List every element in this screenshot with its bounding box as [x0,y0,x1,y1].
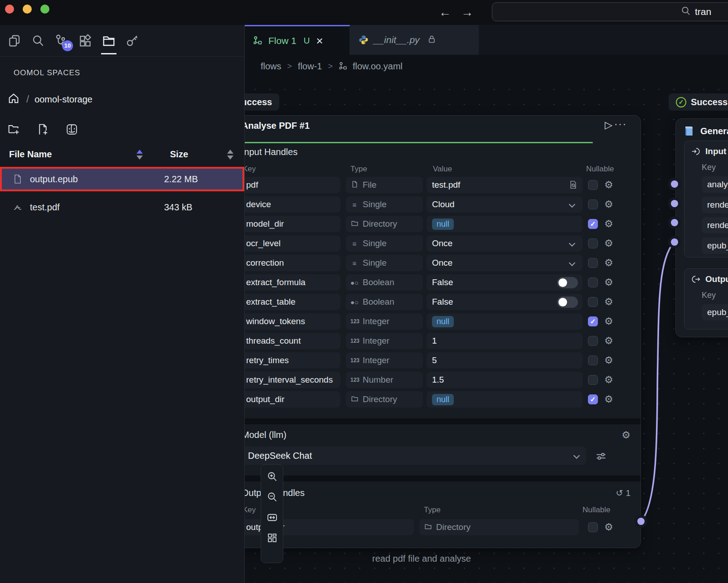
nullable-checkbox[interactable] [588,336,598,346]
handle-value-field[interactable]: test.pdf null [427,177,582,193]
boolean-toggle[interactable] [557,296,578,308]
handle-key-field[interactable]: output_dir [245,391,340,408]
maximize-window-button[interactable] [40,5,49,14]
handle-key-field[interactable]: model_dir [245,216,340,232]
handle-value-field[interactable]: null [427,216,582,232]
sort-size[interactable] [227,150,233,160]
back-arrow-button[interactable]: ← [439,5,451,19]
gear-icon[interactable]: ⚙ [604,180,613,190]
minimize-window-button[interactable] [23,5,32,14]
nullable-checkbox[interactable] [588,180,598,190]
gear-icon[interactable]: ⚙ [604,522,613,532]
handle-value-field[interactable]: 1.5 null [427,372,582,388]
zoom-out-button[interactable] [266,491,278,503]
handle-value-field[interactable]: False null [427,274,582,291]
boolean-toggle[interactable] [557,277,578,288]
gear-icon[interactable]: ⚙ [604,219,613,229]
breadcrumb-item-flow-1[interactable]: flow-1 [298,61,322,72]
handle-key-field[interactable]: retry_interval_seconds [245,372,340,388]
handle-key-field[interactable]: pdf [245,177,340,193]
close-tab-icon[interactable]: × [316,35,323,47]
handle-value-field[interactable]: Once null [427,255,582,271]
layout-button[interactable] [266,531,278,544]
node-menu-button[interactable]: ··· [614,118,627,130]
tab-init-py[interactable]: __init__.py [350,25,479,55]
handle-value-field[interactable]: Once null [427,235,582,252]
input-port[interactable] [671,219,678,226]
handle-key-field[interactable]: rende [702,197,728,213]
gear-icon[interactable]: ⚙ [604,316,613,326]
handle-value-field[interactable]: False null [427,294,582,310]
handle-key-field[interactable]: rende [702,217,728,233]
nullable-checkbox[interactable] [588,355,598,365]
input-port[interactable] [671,200,678,207]
new-file-button[interactable] [36,123,50,136]
handle-key-field[interactable]: window_tokens [245,313,340,330]
file-picker-icon[interactable] [568,180,578,192]
gear-icon[interactable]: ⚙ [604,355,613,365]
handle-value-field[interactable]: 1 null [427,333,582,349]
output-port[interactable] [637,518,645,525]
reveal-in-finder-button[interactable] [65,123,79,136]
nullable-checkbox[interactable] [588,297,598,307]
home-icon[interactable] [7,92,20,107]
gear-icon[interactable]: ⚙ [604,394,613,404]
nullable-checkbox[interactable] [588,199,598,209]
activity-pages-button[interactable] [3,25,26,57]
nullable-checkbox[interactable] [588,316,598,326]
node-analyse-pdf[interactable]: Analyse PDF #1 ▷ ··· Input Handles Key T… [245,115,641,548]
handle-key-field[interactable]: correction [245,255,340,271]
handle-key-field[interactable]: retry_times [245,352,340,369]
handle-value-field[interactable]: Cloud null [427,196,582,213]
gear-icon[interactable]: ⚙ [604,199,613,209]
input-port[interactable] [671,180,678,188]
new-folder-button[interactable] [7,123,21,136]
gear-icon[interactable]: ⚙ [604,336,613,346]
zoom-in-button[interactable] [266,470,278,483]
run-node-button[interactable]: ▷ [605,119,612,131]
model-select[interactable]: DeepSeek Chat [245,447,586,465]
handle-key-field[interactable]: threads_count [245,333,340,349]
gear-icon[interactable]: ⚙ [604,258,613,268]
flow-canvas[interactable]: ✓ Success Analyse PDF #1 ▷ ··· Input Han… [245,78,728,583]
handle-value-field[interactable]: null [427,391,582,408]
breadcrumb-item-flows[interactable]: flows [261,61,281,72]
nullable-checkbox[interactable] [588,258,598,268]
gear-icon[interactable]: ⚙ [621,430,631,440]
sort-file-name[interactable] [136,150,143,160]
node-generate[interactable]: Genera Input H Key analysrenderendeepub_ [675,118,728,337]
handle-key-field[interactable]: analys [702,176,728,193]
handle-key-field[interactable]: extract_table [245,294,340,310]
gear-icon[interactable]: ⚙ [604,375,613,385]
handle-value-field[interactable]: 5 null [427,352,582,369]
gear-icon[interactable]: ⚙ [604,277,613,287]
activity-secrets-button[interactable] [121,25,144,57]
handle-key-field[interactable]: device [245,196,340,213]
gear-icon[interactable]: ⚙ [604,297,613,307]
handle-key-field[interactable]: extract_formula [245,274,340,291]
breadcrumb-item-file[interactable]: flow.oo.yaml [353,61,403,72]
handle-key-field[interactable]: ocr_level [245,235,340,252]
handle-value-field[interactable]: null [427,313,582,330]
input-port[interactable] [671,238,678,246]
nullable-checkbox[interactable] [588,238,598,248]
file-list-item[interactable]: output.epub 2.22 MB [0,167,244,191]
tab-flow-1[interactable]: Flow 1 U × [245,25,350,55]
handle-key-field[interactable]: epub_ [702,304,728,321]
nullable-checkbox[interactable] [588,375,598,385]
nullable-checkbox[interactable] [588,394,598,404]
fit-view-button[interactable] [266,511,278,524]
global-search-input[interactable]: tran [492,2,728,21]
close-window-button[interactable] [5,5,14,14]
history-button[interactable]: ↺ 1 [616,488,631,498]
nullable-checkbox[interactable] [588,277,598,287]
activity-flows-button[interactable]: 10 [50,25,73,57]
file-list-item[interactable]: test.pdf 343 kB [0,196,244,219]
activity-files-button[interactable] [97,25,121,57]
handle-key-field[interactable]: epub_ [702,238,728,254]
nullable-checkbox[interactable] [588,522,598,532]
model-tune-button[interactable] [595,450,607,464]
nullable-checkbox[interactable] [588,219,598,229]
gear-icon[interactable]: ⚙ [604,238,613,248]
forward-arrow-button[interactable]: → [461,5,473,19]
